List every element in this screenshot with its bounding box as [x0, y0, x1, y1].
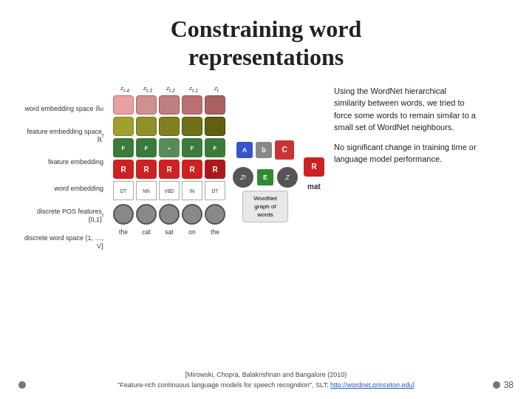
- title-line1: Constraining word: [171, 16, 362, 42]
- feature-embedding-space-row: [113, 117, 225, 136]
- z-output-node: Zt: [233, 167, 253, 188]
- r-cell-2: R: [136, 160, 157, 179]
- word-r-row: R R R R R: [113, 160, 225, 179]
- feat-cell-2: F: [136, 138, 157, 157]
- z-label-2: zt-3: [137, 85, 158, 93]
- fes-cell-2: [136, 117, 157, 136]
- word-label-3: sat: [159, 228, 180, 236]
- footer-paper: "Feature-rich continuous language models…: [117, 381, 328, 389]
- word-label-2: cat: [136, 228, 157, 236]
- fes-cell-3: [159, 117, 180, 136]
- slide-title: Constraining word representations: [22, 15, 510, 72]
- bullet-right: [493, 381, 500, 389]
- output-mat-label: mat: [307, 183, 321, 191]
- node-b: b: [256, 142, 272, 158]
- discrete-word-label: discrete word space {1, …, V}: [22, 229, 107, 256]
- disc-cell-3: [159, 204, 180, 225]
- feat-cell-4: F: [182, 138, 202, 157]
- feat-cell-5: F: [205, 138, 225, 157]
- r-cell-4: R: [182, 160, 202, 179]
- z-node-row: Zt E Z: [233, 167, 298, 188]
- we-cell-4: [182, 95, 202, 115]
- wordnet-graph: WordNetgraph ofwords: [242, 191, 288, 223]
- feature-embedding-space-label: feature embedding space ℝf: [22, 123, 107, 149]
- labels-column: word embedding space ℝd feature embeddin…: [22, 85, 107, 256]
- right-description: Using the WordNet hierarchical similarit…: [330, 85, 478, 256]
- abc-row: A b C: [236, 140, 294, 160]
- bullet-left: [18, 381, 26, 389]
- node-c: C: [275, 140, 294, 160]
- we-cell-2: [136, 95, 157, 115]
- disc-cell-4: [182, 204, 202, 225]
- z-label-1: zt-4: [115, 85, 135, 93]
- word-label-5: the: [205, 228, 225, 236]
- z-neighbor-node: Z: [277, 167, 298, 188]
- r-cell-5: R: [205, 160, 225, 179]
- word-label-1: the: [113, 228, 134, 236]
- page-number: 38: [504, 380, 514, 390]
- fes-cell-1: [113, 117, 134, 136]
- node-a: A: [236, 142, 253, 158]
- pos-row: DT NN VBD IN DT: [113, 181, 225, 200]
- word-labels-row: the cat sat on the: [113, 228, 225, 236]
- pos-cell-2: NN: [136, 181, 157, 200]
- right-output: R mat: [304, 85, 324, 256]
- footer-citation: [Mirowski, Chopra, Balakrishnan and Bang…: [185, 371, 347, 378]
- footer: [Mirowski, Chopra, Balakrishnan and Bang…: [0, 370, 532, 390]
- z-label-4: zt-1: [183, 85, 204, 93]
- disc-cell-5: [205, 204, 225, 225]
- e-box: E: [257, 169, 273, 185]
- main-content: word embedding space ℝd feature embeddin…: [22, 85, 510, 256]
- pos-cell-5: DT: [205, 181, 225, 200]
- disc-cell-2: [136, 204, 157, 225]
- visualization-columns: zt-4 zt-3 zt-2 zt-1 zt: [113, 85, 227, 256]
- disc-cell-1: [113, 204, 134, 225]
- pos-cell-1: DT: [113, 181, 134, 200]
- we-cell-3: [159, 95, 180, 115]
- r-cell-1: R: [113, 160, 134, 179]
- z-labels-row: zt-4 zt-3 zt-2 zt-1 zt: [115, 85, 227, 93]
- z-label-3: zt-2: [160, 85, 181, 93]
- fes-cell-5: [205, 117, 225, 136]
- feat-cell-3: •: [159, 138, 180, 157]
- feature-embedding-row: F F • F F: [113, 138, 225, 157]
- title-line2: representations: [188, 44, 344, 70]
- right-para2: No significant change in training time o…: [334, 141, 478, 166]
- footer-url[interactable]: http://wordnet.princeton.edu]: [330, 381, 415, 389]
- z-label-5: zt: [206, 85, 227, 93]
- word-embedding-label: word embedding: [22, 176, 107, 202]
- word-embedding-space-label: word embedding space ℝd: [22, 96, 107, 123]
- discrete-pos-label: discrete POS features {0,1}f: [22, 202, 107, 229]
- middle-section: A b C Zt E Z WordNetgraph ofwords: [233, 85, 298, 256]
- right-para1: Using the WordNet hierarchical similarit…: [334, 85, 478, 134]
- wordnet-label: WordNetgraph ofwords: [253, 195, 276, 218]
- fes-cell-4: [182, 117, 202, 136]
- slide: Constraining word representations word e…: [0, 0, 532, 399]
- we-cell-5: [205, 95, 225, 115]
- feat-cell-1: F: [113, 138, 134, 157]
- we-cell-1: [113, 95, 134, 115]
- word-embedding-row: [113, 95, 225, 115]
- feature-embedding-label: feature embedding: [22, 149, 107, 176]
- pos-cell-3: VBD: [159, 181, 180, 200]
- discrete-word-row: [113, 204, 225, 225]
- r-cell-3: R: [159, 160, 180, 179]
- output-r-cell: R: [304, 157, 324, 177]
- word-label-4: on: [182, 228, 202, 236]
- pos-cell-4: IN: [182, 181, 202, 200]
- page-number-container: 38: [493, 380, 514, 390]
